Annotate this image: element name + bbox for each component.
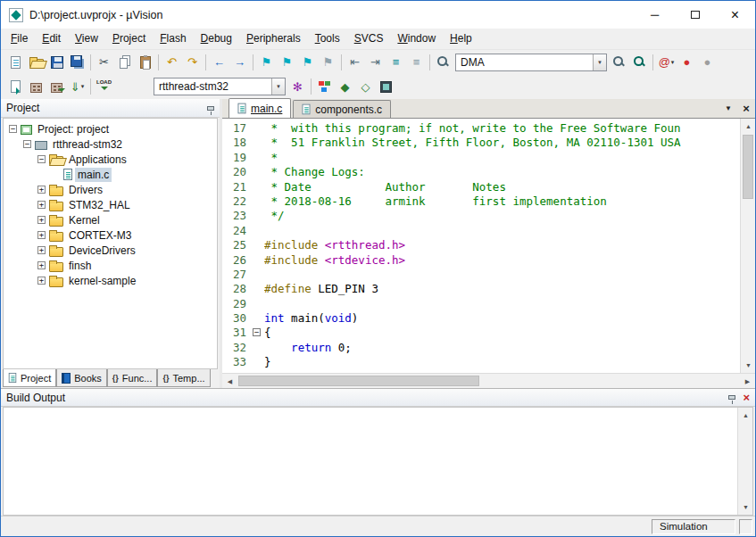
tree-item-rtthread-stm32[interactable]: rtthread-stm32 xyxy=(50,137,125,152)
tree-row-stm32-hal[interactable]: +STM32_HAL xyxy=(4,197,217,212)
tree-expander[interactable]: − xyxy=(23,140,31,148)
translate-icon[interactable] xyxy=(5,77,26,96)
unindent-icon[interactable]: ⇤ xyxy=(345,53,365,72)
toggle-bookmark-icon[interactable]: ⚑ xyxy=(256,53,277,72)
tree-row-finsh[interactable]: +finsh xyxy=(4,258,217,273)
panel-tab-books[interactable]: Books xyxy=(56,369,107,387)
redo-icon[interactable]: ↷ xyxy=(182,53,203,72)
tree-row-devicedrivers[interactable]: +DeviceDrivers xyxy=(4,243,217,258)
build-output-scrollbar[interactable]: ▲ ▼ xyxy=(737,408,752,515)
scroll-left-icon[interactable]: ◀ xyxy=(222,374,237,389)
previous-bookmark-icon[interactable]: ⚑ xyxy=(277,53,297,72)
copy-icon[interactable] xyxy=(114,53,135,72)
incremental-find-icon[interactable] xyxy=(629,53,650,72)
tree-item-kernel-sample[interactable]: kernel-sample xyxy=(66,274,138,288)
rebuild-icon[interactable] xyxy=(46,77,67,96)
scroll-right-icon[interactable]: ▶ xyxy=(740,374,755,389)
minimize-button[interactable]: ─ xyxy=(635,1,675,29)
undo-icon[interactable]: ↶ xyxy=(162,53,182,72)
navigate-forward-icon[interactable]: → xyxy=(229,53,250,72)
tree-row-kernel[interactable]: +Kernel xyxy=(4,212,217,227)
pin-icon[interactable] xyxy=(207,106,214,111)
build-output-content[interactable] xyxy=(4,408,737,515)
tree-expander[interactable]: + xyxy=(37,231,46,239)
tree-row-kernel-sample[interactable]: +kernel-sample xyxy=(4,273,217,288)
save-icon[interactable] xyxy=(46,53,67,72)
close-document-button[interactable]: × xyxy=(739,100,753,116)
scroll-down-icon[interactable]: ▼ xyxy=(741,358,756,373)
tree-row-applications[interactable]: −Applications xyxy=(4,152,217,167)
maximize-button[interactable] xyxy=(675,1,715,29)
tree-expander[interactable]: − xyxy=(9,125,17,133)
editor-hscrollbar[interactable]: ◀ ▶ xyxy=(222,373,755,388)
tree-expander[interactable]: + xyxy=(37,201,46,209)
pack-installer-icon[interactable] xyxy=(376,77,396,96)
insert-remove-breakpoint-icon[interactable]: ● xyxy=(677,53,697,72)
close-button[interactable]: × xyxy=(715,1,755,29)
menu-item-flash[interactable]: Flash xyxy=(153,29,193,48)
tree-expander[interactable]: + xyxy=(37,277,46,285)
menu-item-project[interactable]: Project xyxy=(105,29,153,48)
tree-item-project-project[interactable]: Project: project xyxy=(35,122,112,136)
tree-row-drivers[interactable]: +Drivers xyxy=(4,182,217,197)
tree-expander[interactable]: + xyxy=(37,261,46,269)
code-editor[interactable]: 17 * with this program; if not, write to… xyxy=(222,119,740,373)
find-icon[interactable] xyxy=(609,53,629,72)
tree-item-applications[interactable]: Applications xyxy=(66,153,129,167)
tree-expander[interactable]: + xyxy=(37,246,46,254)
scroll-down-icon[interactable]: ▼ xyxy=(738,500,753,515)
tree-item-finsh[interactable]: finsh xyxy=(66,259,94,273)
find-combobox[interactable]: DMA▼ xyxy=(455,54,607,71)
menu-item-help[interactable]: Help xyxy=(443,29,479,48)
paste-icon[interactable] xyxy=(135,53,155,72)
tree-item-stm32-hal[interactable]: STM32_HAL xyxy=(66,198,133,212)
batch-build-icon[interactable]: ⇓▾ xyxy=(67,77,87,96)
fold-collapse-icon[interactable]: − xyxy=(253,328,261,336)
tree-expander[interactable]: + xyxy=(37,216,46,224)
indent-icon[interactable]: ⇥ xyxy=(365,53,386,72)
menu-item-file[interactable]: File xyxy=(4,29,35,48)
open-file-icon[interactable] xyxy=(26,53,46,72)
next-bookmark-icon[interactable]: ⚑ xyxy=(297,53,318,72)
cut-icon[interactable]: ✂ xyxy=(94,53,114,72)
tree-item-main-c[interactable]: main.c xyxy=(75,168,112,182)
menu-item-peripherals[interactable]: Peripherals xyxy=(239,29,308,48)
select-packs-icon[interactable]: ◇ xyxy=(355,77,376,96)
save-all-icon[interactable] xyxy=(67,53,87,72)
target-options-icon[interactable]: ✻ xyxy=(287,77,308,96)
scroll-up-icon[interactable]: ▲ xyxy=(738,408,753,423)
find-in-files-icon[interactable] xyxy=(433,53,453,72)
tree-item-kernel[interactable]: Kernel xyxy=(66,213,103,227)
manage-rte-icon[interactable]: ◆ xyxy=(335,77,355,96)
editor-tab-main-c[interactable]: main.c xyxy=(228,98,291,118)
pin-icon[interactable] xyxy=(728,395,735,400)
clear-bookmarks-icon[interactable]: ⚑ xyxy=(318,53,338,72)
target-select-combobox[interactable]: rtthread-stm32▼ xyxy=(154,78,286,95)
vscroll-thumb[interactable] xyxy=(743,135,753,199)
tree-row-project-project[interactable]: −Project: project xyxy=(4,121,217,136)
find-combobox-dropdown-icon[interactable]: ▼ xyxy=(593,54,606,70)
menu-item-svcs[interactable]: SVCS xyxy=(347,29,391,48)
editor-vscrollbar[interactable]: ▲ ▼ xyxy=(740,119,755,373)
enable-disable-breakpoint-icon[interactable]: ● xyxy=(697,53,718,72)
panel-tab-project[interactable]: Project xyxy=(3,369,56,387)
tree-expander[interactable]: − xyxy=(37,155,46,163)
download-icon[interactable]: LOAD xyxy=(94,77,114,96)
tree-row-main-c[interactable]: main.c xyxy=(4,167,217,182)
scroll-up-icon[interactable]: ▲ xyxy=(741,119,756,134)
tree-item-devicedrivers[interactable]: DeviceDrivers xyxy=(66,244,138,258)
editor-tab-components-c[interactable]: components.c xyxy=(293,100,391,118)
build-icon[interactable] xyxy=(26,77,46,96)
tree-item-drivers[interactable]: Drivers xyxy=(66,183,105,197)
menu-item-window[interactable]: Window xyxy=(390,29,443,48)
panel-tab-func[interactable]: {}Func... xyxy=(107,369,158,387)
tree-expander[interactable]: + xyxy=(37,186,46,194)
tree-row-rtthread-stm32[interactable]: −rtthread-stm32 xyxy=(4,136,217,152)
hscroll-thumb[interactable] xyxy=(238,376,479,386)
target-select-combobox-dropdown-icon[interactable]: ▼ xyxy=(271,78,285,95)
menu-item-tools[interactable]: Tools xyxy=(308,29,347,48)
menu-item-edit[interactable]: Edit xyxy=(35,29,68,48)
menu-item-view[interactable]: View xyxy=(68,29,105,48)
manage-project-items-icon[interactable] xyxy=(314,77,335,96)
build-output-close-icon[interactable]: × xyxy=(743,392,750,403)
